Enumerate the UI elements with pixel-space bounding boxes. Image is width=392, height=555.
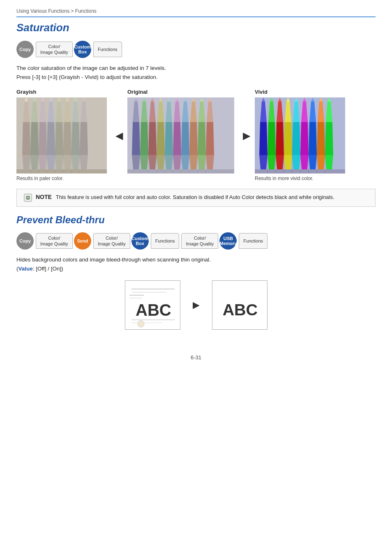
color-image-quality-tab-1: Color/Image Quality <box>36 42 73 57</box>
breadcrumb: Using Various Functions > Functions <box>16 8 376 17</box>
svg-rect-33 <box>16 169 107 173</box>
svg-marker-30 <box>80 122 88 155</box>
saturation-description: The color saturation of the image can be… <box>16 64 376 81</box>
bleedthru-color-tab-1: Color/Image Quality <box>36 233 73 249</box>
bleedthru-arrow: ▶ <box>193 300 200 310</box>
svg-marker-2 <box>22 122 30 155</box>
svg-marker-114 <box>284 122 292 155</box>
note-icon: i <box>23 193 32 202</box>
bleedthru-color-tab-3: Color/Image Quality <box>181 233 218 249</box>
bleedthru-functions-tab-2: Functions <box>239 233 267 249</box>
left-arrow: ◀ <box>111 89 127 141</box>
svg-marker-51 <box>132 122 140 155</box>
functions-tab-1: Functions <box>93 42 122 57</box>
saturation-nav: Copy Color/Image Quality CustomBox Funct… <box>16 41 376 58</box>
svg-rect-90 <box>127 169 234 173</box>
svg-marker-126 <box>309 122 317 155</box>
svg-marker-6 <box>30 122 39 155</box>
svg-marker-18 <box>55 122 63 155</box>
svg-marker-110 <box>276 122 284 155</box>
svg-marker-102 <box>259 122 267 155</box>
svg-marker-122 <box>300 122 309 155</box>
bleedthru-color-tab-2: Color/Image Quality <box>93 233 130 249</box>
svg-marker-55 <box>140 122 148 155</box>
vivid-label: Vivid <box>255 89 267 95</box>
copy-badge: Copy <box>16 41 34 58</box>
bleedthru-send-badge: Send <box>74 232 91 250</box>
svg-text:ABC: ABC <box>136 301 171 319</box>
svg-point-157 <box>138 321 144 327</box>
custom-box-badge: CustomBox <box>74 41 91 58</box>
svg-marker-22 <box>63 122 71 155</box>
original-label: Original <box>127 89 148 95</box>
svg-marker-10 <box>39 122 47 155</box>
page-number: 6-31 <box>16 354 376 361</box>
grayish-image <box>16 97 107 173</box>
svg-text:ABC: ABC <box>222 301 257 319</box>
svg-marker-106 <box>267 122 276 155</box>
bleedthru-before-image: ABC <box>125 280 180 330</box>
bleedthru-usb-badge: USBMemory <box>219 232 237 250</box>
bleedthru-custom-badge: CustomBox <box>131 232 149 250</box>
bleedthru-copy-badge: Copy <box>16 232 34 250</box>
svg-marker-14 <box>47 122 55 155</box>
grayish-col: Grayish <box>16 89 111 181</box>
note-content: NOTE This feature is used with full colo… <box>36 193 334 201</box>
svg-marker-67 <box>165 122 173 155</box>
bleedthru-after-image: ABC <box>212 280 267 330</box>
saturation-title: Saturation <box>16 21 376 34</box>
svg-marker-130 <box>317 122 325 155</box>
svg-marker-26 <box>71 122 80 155</box>
bleedthru-description: Hides background colors and image bleed-… <box>16 255 376 273</box>
vivid-image <box>255 97 345 173</box>
note-box: i NOTE This feature is used with full co… <box>16 189 376 207</box>
bleedthru-functions-tab: Functions <box>151 233 180 249</box>
value-label: Value <box>18 266 33 272</box>
svg-marker-63 <box>157 122 165 155</box>
vivid-col: Vivid <box>255 89 376 181</box>
original-image <box>127 97 234 173</box>
svg-marker-87 <box>206 122 214 155</box>
original-col: Original <box>127 89 238 173</box>
svg-marker-59 <box>148 122 157 155</box>
grayish-label: Grayish <box>16 89 36 95</box>
svg-marker-79 <box>189 122 198 155</box>
grayish-caption: Results in paler color. <box>16 176 64 181</box>
svg-marker-118 <box>292 122 300 155</box>
bleedthru-images: ABC ▶ ABC <box>16 280 376 330</box>
svg-rect-137 <box>255 169 345 173</box>
svg-marker-75 <box>181 122 189 155</box>
svg-marker-83 <box>198 122 206 155</box>
right-arrow: ▶ <box>238 89 255 141</box>
vivid-caption: Results in more vivid color. <box>255 176 314 181</box>
prevent-bleedthru-title: Prevent Bleed-thru <box>16 214 376 226</box>
svg-marker-134 <box>325 122 333 155</box>
bleedthru-nav: Copy Color/Image Quality Send Color/Imag… <box>16 232 376 250</box>
svg-marker-71 <box>173 122 181 155</box>
